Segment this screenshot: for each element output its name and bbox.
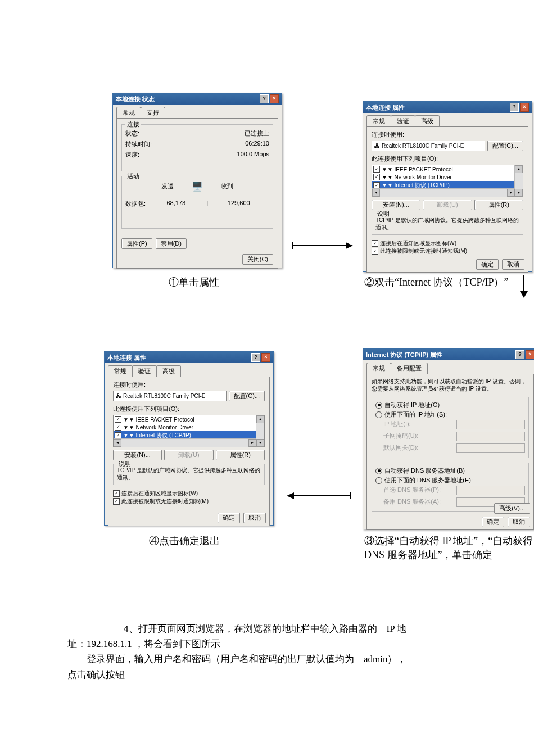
configure-button[interactable]: 配置(C)... [229,391,265,401]
radio-manual-dns[interactable] [375,477,382,484]
caption-4: ④点击确定退出 [149,534,220,547]
tab-general[interactable]: 常规 [366,115,391,126]
label-manual-dns: 使用下面的 DNS 服务器地址(E): [384,476,473,485]
ok-button[interactable]: 确定 [476,259,499,270]
cancel-button[interactable]: 取消 [502,259,524,270]
titlebar-prop-top: 本地连接 属性 ? × [363,102,532,113]
caption-3: ③选择“自动获得 IP 地址”，“自动获得 DNS 服务器地址”，单击确定 [364,534,534,562]
titlebar-status: 本地连接 状态 ? × [113,93,282,105]
arrow-right-1 [292,239,354,252]
checkbox-notify[interactable]: ✓ [372,248,378,255]
tab-general[interactable]: 常规 [108,365,133,377]
item-properties-button[interactable]: 属性(R) [216,450,265,460]
checkbox-tray[interactable]: ✓ [113,490,120,497]
arrow-left-3 [284,489,351,503]
value-state: 已连接上 [245,129,269,138]
label-manual-ip: 使用下面的 IP 地址(S): [384,410,447,419]
ok-button[interactable]: 确定 [218,513,240,523]
tab-advanced[interactable]: 高级 [156,365,181,377]
uninstall-button[interactable]: 卸载(U) [423,200,472,210]
label-recv: — 收到 [213,182,233,191]
caption-1: ①单击属性 [169,275,219,289]
tab-alt[interactable]: 备用配置 [391,363,428,374]
label-items: 此连接使用下列项目(O): [372,155,523,163]
cancel-button[interactable]: 取消 [508,517,530,527]
tab-general[interactable]: 常规 [366,363,391,374]
label-packets: 数据包: [125,200,146,208]
group-activity: 活动 [125,172,141,180]
label-dns1: 首选 DNS 服务器(P): [383,486,441,495]
help-icon[interactable]: ? [260,94,269,103]
value-pkt-sent: 68,173 [146,200,207,208]
label-auto-ip: 自动获得 IP 地址(O) [384,401,440,409]
title-prop-top: 本地连接 属性 [366,103,405,112]
svg-marker-1 [346,242,353,249]
value-pkt-recv: 129,600 [208,200,269,208]
dns1-input [456,486,525,495]
tab-advanced[interactable]: 高级 [415,115,440,126]
label-connect-using: 连接时使用: [372,130,523,139]
label-gw: 默认网关(D): [383,443,418,453]
checkbox-notify[interactable]: ✓ [113,498,120,505]
label-mask: 子网掩码(U): [383,432,418,441]
label-description: 说明 [117,460,133,468]
title-status: 本地连接 状态 [116,95,155,103]
label-chk2: 此连接被限制或无连接时通知我(M) [380,247,467,255]
help-icon[interactable]: ? [515,350,524,359]
configure-button[interactable]: 配置(C)... [487,141,523,151]
gw-input [456,443,525,453]
components-list[interactable]: ✓▼▼ IEEE PACKET Protocol ✓▼▼ Network Mon… [372,165,523,197]
label-duration: 持续时间: [125,140,152,148]
label-description: 说明 [375,210,391,218]
close-icon[interactable]: × [526,350,534,359]
label-chk1: 连接后在通知区域显示图标(W) [121,490,198,497]
radio-manual-ip[interactable] [375,411,382,418]
mask-input [456,432,525,441]
dialog-properties-bottom: 本地连接 属性 ? × 常规 验证 高级 连接时使用: 🖧 Realtek RT… [104,351,274,526]
uninstall-button[interactable]: 卸载(U) [164,450,213,460]
dialog-tcpip: Internet 协议 (TCP/IP) 属性 ? × 常规 备用配置 如果网络… [363,348,534,529]
help-icon[interactable]: ? [251,353,260,362]
close-icon[interactable]: × [520,103,529,112]
label-chk2: 此连接被限制或无连接时通知我(M) [121,497,209,505]
tab-support[interactable]: 支持 [141,107,165,118]
title-prop-bottom: 本地连接 属性 [107,354,146,362]
item-properties-button[interactable]: 属性(R) [474,200,523,210]
close-icon[interactable]: × [261,353,270,362]
tab-auth[interactable]: 验证 [391,115,415,126]
install-button[interactable]: 安装(N)... [113,450,162,460]
svg-marker-6 [287,492,294,499]
install-button[interactable]: 安装(N)... [372,200,420,210]
label-dns2: 备用 DNS 服务器(A): [383,497,441,507]
value-speed: 100.0 Mbps [237,151,269,159]
ok-button[interactable]: 确定 [482,517,504,527]
checkbox-tray[interactable]: ✓ [372,240,378,247]
tab-auth[interactable]: 验证 [132,365,157,377]
titlebar-tcpip: Internet 协议 (TCP/IP) 属性 ? × [363,349,534,360]
close-button[interactable]: 关闭(C) [242,254,273,265]
properties-button[interactable]: 属性(P) [121,238,152,249]
disable-button[interactable]: 禁用(D) [156,238,187,249]
description-text: TCP/IP 是默认的广域网协议。它提供跨越多种互联网络的通讯。 [117,467,261,481]
label-speed: 速度: [125,151,139,159]
label-connect-using: 连接时使用: [113,381,265,389]
advanced-button[interactable]: 高级(V)... [494,503,530,514]
label-chk1: 连接后在通知区域显示图标(W) [380,239,456,247]
arrow-down-2 [516,275,532,298]
radio-auto-ip[interactable] [375,402,382,409]
label-items: 此连接使用下列项目(O): [113,405,265,413]
activity-icon: 🖥️ [192,181,203,192]
dialog-status: 本地连接 状态 ? × 常规 支持 连接 状态:已连接上 持续时间:06:29:… [112,93,282,268]
close-icon[interactable]: × [270,94,279,103]
description-text: TCP/IP 是默认的广域网协议。它提供跨越多种互联网络的通讯。 [375,216,519,231]
components-list[interactable]: ✓▼▼ IEEE PACKET Protocol ✓▼▼ Network Mon… [113,415,265,447]
help-icon[interactable]: ? [510,103,519,112]
tab-general[interactable]: 常规 [116,107,141,118]
nic-icon: 🖧 [374,143,380,149]
cancel-button[interactable]: 取消 [243,513,266,523]
titlebar-prop-bottom: 本地连接 属性 ? × [105,352,273,363]
adapter-field: 🖧 Realtek RTL8100C Family PCI-E [113,391,227,401]
label-auto-dns: 自动获得 DNS 服务器地址(B) [384,467,465,475]
dialog-properties-top: 本地连接 属性 ? × 常规 验证 高级 连接时使用: 🖧 Realtek RT… [363,101,532,272]
radio-auto-dns[interactable] [375,468,382,474]
